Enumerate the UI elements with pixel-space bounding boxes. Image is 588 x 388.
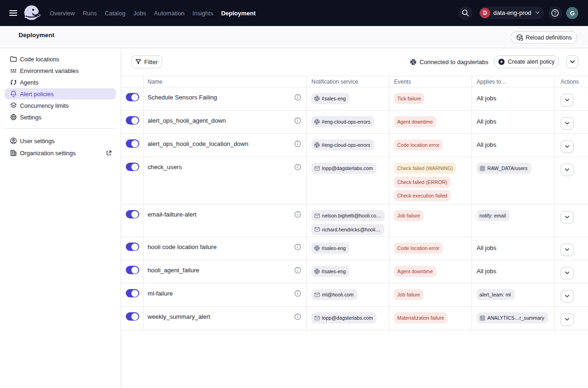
svg-text:?: ? bbox=[554, 10, 556, 16]
